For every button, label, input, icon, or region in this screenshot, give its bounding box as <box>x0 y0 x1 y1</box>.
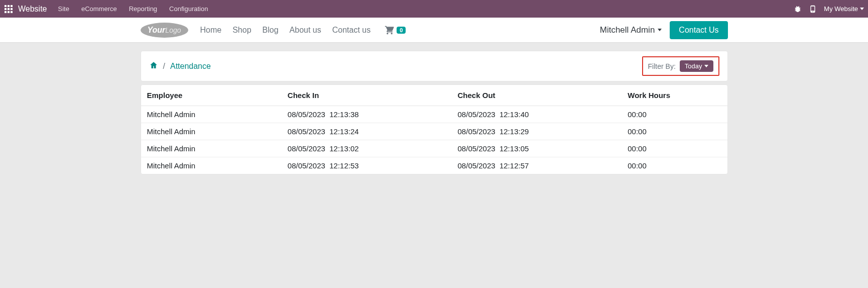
breadcrumb: / Attendance <box>149 61 211 72</box>
table-row: Mitchell Admin08/05/2023 12:12:5308/05/2… <box>141 157 727 174</box>
site-header: YourLogo Home Shop Blog About us Contact… <box>0 18 868 43</box>
filter-dropdown[interactable]: Today <box>680 60 713 72</box>
cell-employee: Mitchell Admin <box>141 106 282 123</box>
apps-icon[interactable] <box>4 5 13 14</box>
caret-down-icon <box>704 65 708 67</box>
cart-icon <box>385 25 395 35</box>
col-check-out: Check Out <box>452 85 622 106</box>
nav-blog[interactable]: Blog <box>263 26 279 35</box>
cell-check-in: 08/05/2023 12:13:24 <box>282 123 452 140</box>
nav-about-us[interactable]: About us <box>290 26 321 35</box>
cell-work-hours: 00:00 <box>622 106 727 123</box>
bug-icon[interactable] <box>794 5 802 13</box>
app-name[interactable]: Website <box>18 5 47 14</box>
cell-check-out: 08/05/2023 12:13:05 <box>452 140 622 157</box>
table-row: Mitchell Admin08/05/2023 12:13:2408/05/2… <box>141 123 727 140</box>
contact-us-button[interactable]: Contact Us <box>670 21 727 39</box>
cell-check-in: 08/05/2023 12:13:38 <box>282 106 452 123</box>
cell-employee: Mitchell Admin <box>141 157 282 174</box>
top-menu-ecommerce[interactable]: eCommerce <box>81 5 117 13</box>
attendance-table: Employee Check In Check Out Work Hours M… <box>141 85 727 174</box>
top-menu-configuration[interactable]: Configuration <box>169 5 208 13</box>
top-menu: Site eCommerce Reporting Configuration <box>58 5 794 13</box>
home-icon[interactable] <box>149 61 158 72</box>
cart-button[interactable]: 0 <box>385 25 406 35</box>
cell-work-hours: 00:00 <box>622 140 727 157</box>
col-work-hours: Work Hours <box>622 85 727 106</box>
breadcrumb-bar: / Attendance Filter By: Today <box>141 51 728 81</box>
nav-home[interactable]: Home <box>200 26 222 35</box>
my-website-dropdown[interactable]: My Website <box>824 5 864 13</box>
user-dropdown[interactable]: Mitchell Admin <box>600 25 662 35</box>
cell-work-hours: 00:00 <box>622 157 727 174</box>
cell-check-in: 08/05/2023 12:12:53 <box>282 157 452 174</box>
nav-contact-us[interactable]: Contact us <box>332 26 370 35</box>
caret-down-icon <box>658 29 662 31</box>
filter-by-label: Filter By: <box>648 62 676 70</box>
cell-check-out: 08/05/2023 12:13:40 <box>452 106 622 123</box>
col-check-in: Check In <box>282 85 452 106</box>
top-menu-site[interactable]: Site <box>58 5 69 13</box>
topbar-right: My Website <box>794 5 864 13</box>
filter-value: Today <box>685 62 702 70</box>
top-menu-reporting[interactable]: Reporting <box>129 5 157 13</box>
cell-check-out: 08/05/2023 12:13:29 <box>452 123 622 140</box>
cell-employee: Mitchell Admin <box>141 140 282 157</box>
content: / Attendance Filter By: Today Employee C… <box>141 51 728 174</box>
table-row: Mitchell Admin08/05/2023 12:13:3808/05/2… <box>141 106 727 123</box>
mobile-icon[interactable] <box>809 5 817 13</box>
filter-highlight-box: Filter By: Today <box>642 56 719 76</box>
nav-shop[interactable]: Shop <box>232 26 251 35</box>
my-website-label: My Website <box>824 5 858 13</box>
logo[interactable]: YourLogo <box>141 23 188 38</box>
table-row: Mitchell Admin08/05/2023 12:13:0208/05/2… <box>141 140 727 157</box>
cell-employee: Mitchell Admin <box>141 123 282 140</box>
site-nav: Home Shop Blog About us Contact us <box>200 26 371 35</box>
user-name: Mitchell Admin <box>600 25 655 35</box>
breadcrumb-current[interactable]: Attendance <box>170 62 211 71</box>
attendance-table-card: Employee Check In Check Out Work Hours M… <box>141 84 728 174</box>
cart-count-badge: 0 <box>397 27 406 34</box>
cell-work-hours: 00:00 <box>622 123 727 140</box>
cell-check-in: 08/05/2023 12:13:02 <box>282 140 452 157</box>
table-header-row: Employee Check In Check Out Work Hours <box>141 85 727 106</box>
top-bar: Website Site eCommerce Reporting Configu… <box>0 0 868 18</box>
caret-down-icon <box>860 8 864 10</box>
cell-check-out: 08/05/2023 12:12:57 <box>452 157 622 174</box>
breadcrumb-separator: / <box>163 62 165 71</box>
col-employee: Employee <box>141 85 282 106</box>
